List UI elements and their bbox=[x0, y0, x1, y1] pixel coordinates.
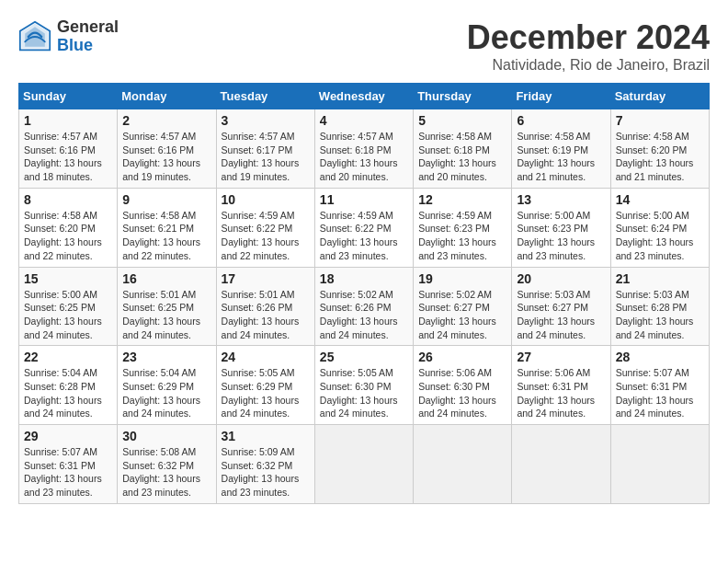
day-number: 11 bbox=[320, 192, 408, 207]
calendar-cell: 1Sunrise: 4:57 AMSunset: 6:16 PMDaylight… bbox=[19, 109, 118, 189]
day-info: Sunrise: 5:00 AMSunset: 6:25 PMDaylight:… bbox=[24, 288, 112, 342]
calendar-cell: 23Sunrise: 5:04 AMSunset: 6:29 PMDayligh… bbox=[118, 346, 216, 425]
calendar-cell: 20Sunrise: 5:03 AMSunset: 6:27 PMDayligh… bbox=[512, 267, 610, 346]
calendar-cell: 6Sunrise: 4:58 AMSunset: 6:19 PMDaylight… bbox=[512, 109, 610, 189]
main-title: December 2024 bbox=[467, 18, 710, 57]
calendar-cell: 5Sunrise: 4:58 AMSunset: 6:18 PMDaylight… bbox=[414, 109, 512, 189]
week-row-4: 22Sunrise: 5:04 AMSunset: 6:28 PMDayligh… bbox=[19, 346, 710, 425]
day-number: 21 bbox=[616, 271, 704, 286]
day-number: 18 bbox=[320, 271, 408, 286]
day-number: 17 bbox=[222, 271, 310, 286]
day-info: Sunrise: 4:58 AMSunset: 6:20 PMDaylight:… bbox=[616, 130, 704, 184]
day-number: 7 bbox=[616, 113, 704, 128]
day-info: Sunrise: 4:59 AMSunset: 6:22 PMDaylight:… bbox=[222, 209, 310, 263]
day-number: 5 bbox=[418, 113, 506, 128]
day-number: 22 bbox=[24, 350, 112, 364]
day-number: 23 bbox=[122, 350, 210, 364]
day-info: Sunrise: 5:04 AMSunset: 6:28 PMDaylight:… bbox=[24, 366, 112, 420]
calendar-cell: 12Sunrise: 4:59 AMSunset: 6:23 PMDayligh… bbox=[414, 188, 512, 267]
day-info: Sunrise: 5:07 AMSunset: 6:31 PMDaylight:… bbox=[24, 445, 112, 500]
day-number: 8 bbox=[24, 192, 112, 207]
day-number: 26 bbox=[418, 350, 506, 364]
day-info: Sunrise: 4:58 AMSunset: 6:20 PMDaylight:… bbox=[24, 209, 112, 263]
logo-blue: Blue bbox=[57, 37, 119, 55]
day-number: 13 bbox=[517, 192, 605, 207]
day-info: Sunrise: 4:59 AMSunset: 6:22 PMDaylight:… bbox=[320, 209, 408, 263]
day-info: Sunrise: 4:57 AMSunset: 6:18 PMDaylight:… bbox=[320, 130, 408, 184]
calendar-cell: 17Sunrise: 5:01 AMSunset: 6:26 PMDayligh… bbox=[216, 267, 314, 346]
day-info: Sunrise: 5:06 AMSunset: 6:30 PMDaylight:… bbox=[418, 366, 506, 420]
day-info: Sunrise: 5:07 AMSunset: 6:31 PMDaylight:… bbox=[616, 366, 704, 420]
day-number: 10 bbox=[222, 192, 310, 207]
day-number: 28 bbox=[616, 350, 704, 364]
day-info: Sunrise: 4:57 AMSunset: 6:16 PMDaylight:… bbox=[122, 130, 210, 184]
calendar-cell: 9Sunrise: 4:58 AMSunset: 6:21 PMDaylight… bbox=[118, 188, 216, 267]
calendar-cell: 18Sunrise: 5:02 AMSunset: 6:26 PMDayligh… bbox=[314, 267, 413, 346]
day-number: 1 bbox=[24, 113, 112, 128]
calendar-cell: 16Sunrise: 5:01 AMSunset: 6:25 PMDayligh… bbox=[118, 267, 216, 346]
day-number: 2 bbox=[122, 113, 210, 128]
day-info: Sunrise: 4:59 AMSunset: 6:23 PMDaylight:… bbox=[418, 209, 506, 263]
calendar-cell: 10Sunrise: 4:59 AMSunset: 6:22 PMDayligh… bbox=[216, 188, 314, 267]
calendar-cell: 15Sunrise: 5:00 AMSunset: 6:25 PMDayligh… bbox=[19, 267, 118, 346]
day-info: Sunrise: 4:57 AMSunset: 6:17 PMDaylight:… bbox=[222, 130, 310, 184]
calendar-table: Sunday Monday Tuesday Wednesday Thursday… bbox=[18, 83, 710, 504]
day-info: Sunrise: 5:00 AMSunset: 6:23 PMDaylight:… bbox=[517, 209, 605, 263]
calendar-cell: 29Sunrise: 5:07 AMSunset: 6:31 PMDayligh… bbox=[19, 425, 118, 504]
logo-general: General bbox=[57, 18, 119, 37]
day-number: 6 bbox=[517, 113, 605, 128]
calendar-cell: 14Sunrise: 5:00 AMSunset: 6:24 PMDayligh… bbox=[610, 188, 709, 267]
days-header-row: Sunday Monday Tuesday Wednesday Thursday… bbox=[19, 84, 710, 109]
day-info: Sunrise: 4:57 AMSunset: 6:16 PMDaylight:… bbox=[24, 130, 112, 184]
calendar-cell: 26Sunrise: 5:06 AMSunset: 6:30 PMDayligh… bbox=[414, 346, 512, 425]
calendar-cell: 2Sunrise: 4:57 AMSunset: 6:16 PMDaylight… bbox=[118, 109, 216, 189]
day-number: 31 bbox=[222, 429, 310, 443]
header-tuesday: Tuesday bbox=[216, 84, 314, 109]
day-number: 16 bbox=[122, 271, 210, 286]
week-row-3: 15Sunrise: 5:00 AMSunset: 6:25 PMDayligh… bbox=[19, 267, 710, 346]
calendar-cell: 19Sunrise: 5:02 AMSunset: 6:27 PMDayligh… bbox=[414, 267, 512, 346]
calendar-cell: 27Sunrise: 5:06 AMSunset: 6:31 PMDayligh… bbox=[512, 346, 610, 425]
calendar-cell: 31Sunrise: 5:09 AMSunset: 6:32 PMDayligh… bbox=[216, 425, 314, 504]
day-number: 30 bbox=[122, 429, 210, 443]
day-info: Sunrise: 5:00 AMSunset: 6:24 PMDaylight:… bbox=[616, 209, 704, 263]
title-block: December 2024 Natividade, Rio de Janeiro… bbox=[467, 18, 710, 74]
day-number: 20 bbox=[517, 271, 605, 286]
logo: General Blue bbox=[18, 18, 119, 55]
header-monday: Monday bbox=[118, 84, 216, 109]
day-number: 4 bbox=[320, 113, 408, 128]
header-friday: Friday bbox=[512, 84, 610, 109]
logo-icon bbox=[18, 20, 51, 53]
calendar-cell bbox=[610, 425, 709, 504]
day-info: Sunrise: 4:58 AMSunset: 6:19 PMDaylight:… bbox=[517, 130, 605, 184]
day-number: 25 bbox=[320, 350, 408, 364]
calendar-cell: 25Sunrise: 5:05 AMSunset: 6:30 PMDayligh… bbox=[314, 346, 413, 425]
calendar-cell bbox=[512, 425, 610, 504]
day-number: 14 bbox=[616, 192, 704, 207]
day-info: Sunrise: 5:08 AMSunset: 6:32 PMDaylight:… bbox=[122, 445, 210, 500]
day-info: Sunrise: 5:02 AMSunset: 6:26 PMDaylight:… bbox=[320, 288, 408, 342]
day-number: 15 bbox=[24, 271, 112, 286]
subtitle: Natividade, Rio de Janeiro, Brazil bbox=[467, 57, 710, 74]
calendar-cell: 7Sunrise: 4:58 AMSunset: 6:20 PMDaylight… bbox=[610, 109, 709, 189]
day-number: 3 bbox=[222, 113, 310, 128]
header-sunday: Sunday bbox=[19, 84, 118, 109]
page-header: General Blue December 2024 Natividade, R… bbox=[18, 18, 710, 74]
day-number: 19 bbox=[418, 271, 506, 286]
calendar-cell: 21Sunrise: 5:03 AMSunset: 6:28 PMDayligh… bbox=[610, 267, 709, 346]
calendar-cell: 22Sunrise: 5:04 AMSunset: 6:28 PMDayligh… bbox=[19, 346, 118, 425]
day-info: Sunrise: 5:03 AMSunset: 6:27 PMDaylight:… bbox=[517, 288, 605, 342]
day-number: 29 bbox=[24, 429, 112, 443]
calendar-cell bbox=[314, 425, 413, 504]
day-info: Sunrise: 5:02 AMSunset: 6:27 PMDaylight:… bbox=[418, 288, 506, 342]
day-number: 9 bbox=[122, 192, 210, 207]
day-number: 12 bbox=[418, 192, 506, 207]
header-thursday: Thursday bbox=[414, 84, 512, 109]
day-info: Sunrise: 5:01 AMSunset: 6:26 PMDaylight:… bbox=[222, 288, 310, 342]
header-wednesday: Wednesday bbox=[314, 84, 413, 109]
calendar-cell bbox=[414, 425, 512, 504]
calendar-cell: 4Sunrise: 4:57 AMSunset: 6:18 PMDaylight… bbox=[314, 109, 413, 189]
logo-text: General Blue bbox=[57, 18, 119, 55]
day-info: Sunrise: 4:58 AMSunset: 6:18 PMDaylight:… bbox=[418, 130, 506, 184]
calendar-cell: 28Sunrise: 5:07 AMSunset: 6:31 PMDayligh… bbox=[610, 346, 709, 425]
